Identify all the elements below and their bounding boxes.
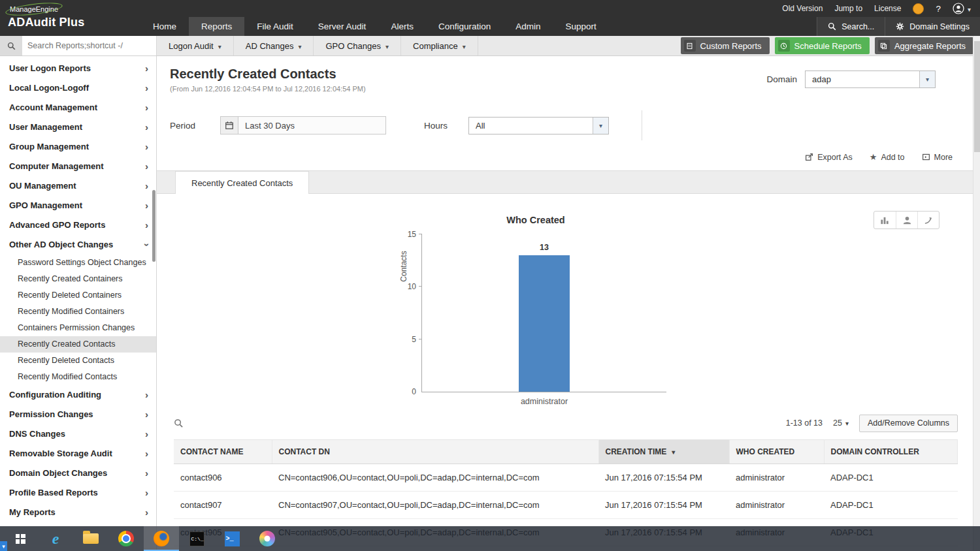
nav-tab-alerts[interactable]: Alerts <box>378 17 426 36</box>
start-button[interactable] <box>3 526 38 551</box>
column-header-domain-controller[interactable]: DOMAIN CONTROLLER <box>824 440 958 464</box>
sidebar-item-computer-management[interactable]: Computer Management <box>0 157 156 176</box>
chevron-right-icon <box>145 450 148 457</box>
custom-reports-button[interactable]: Custom Reports <box>681 37 770 54</box>
cell-contact-dn: CN=contact906,OU=contact,OU=poli,DC=adap… <box>272 464 598 492</box>
jump-to-link[interactable]: Jump to <box>834 4 862 13</box>
export-as-button[interactable]: Export As <box>805 153 853 162</box>
column-header-creation-time[interactable]: CREATION TIME <box>598 440 729 464</box>
bar-wrap: 13 <box>519 255 570 392</box>
chrome-icon <box>118 531 134 546</box>
nav-tab-reports[interactable]: Reports <box>189 17 244 36</box>
calendar-icon[interactable] <box>220 116 238 134</box>
windows-logo-icon <box>16 534 25 544</box>
chart-type-icon[interactable] <box>874 212 896 228</box>
taskbar-file-explorer[interactable] <box>73 526 108 551</box>
taskbar-internet-explorer[interactable]: e <box>38 526 73 551</box>
domain-settings-button[interactable]: Domain Settings <box>885 17 980 36</box>
sidebar-item-label: User Management <box>9 122 82 132</box>
old-version-link[interactable]: Old Version <box>782 4 823 13</box>
sidebar-item-group-management[interactable]: Group Management <box>0 137 156 157</box>
sidebar-item-recently-deleted-containers[interactable]: Recently Deleted Containers <box>0 287 156 304</box>
nav-tab-admin[interactable]: Admin <box>503 17 553 36</box>
column-header-who-created[interactable]: WHO CREATED <box>729 440 824 464</box>
menu-logon-audit[interactable]: Logon Audit <box>157 36 234 55</box>
domain-select[interactable]: adap <box>805 71 936 88</box>
nav-tab-configuration[interactable]: Configuration <box>426 17 503 36</box>
column-header-contact-dn[interactable]: CONTACT DN <box>272 440 598 464</box>
sidebar-item-dns-changes[interactable]: DNS Changes <box>0 424 156 444</box>
sidebar-item-ou-management[interactable]: OU Management <box>0 176 156 196</box>
hours-select[interactable]: All <box>468 117 609 134</box>
sidebar-item-other-ad-object-changes[interactable]: Other AD Object Changes <box>0 235 156 255</box>
taskbar-powershell[interactable]: >_ <box>214 526 250 551</box>
menu-ad-changes[interactable]: AD Changes <box>234 36 314 55</box>
taskbar-chrome[interactable] <box>108 526 144 551</box>
nav-tab-file-audit[interactable]: File Audit <box>244 17 306 36</box>
user-menu[interactable] <box>953 3 971 14</box>
sidebar-item-password-settings-object-changes[interactable]: Password Settings Object Changes <box>0 255 156 271</box>
notification-icon[interactable] <box>913 3 924 14</box>
command-prompt-icon: C:\_ <box>189 531 204 546</box>
global-search-button[interactable]: Search... <box>817 17 885 36</box>
sidebar-item-gpo-management[interactable]: GPO Management <box>0 196 156 215</box>
sidebar-item-my-reports[interactable]: My Reports <box>0 503 156 522</box>
period-input[interactable]: Last 30 Days <box>238 116 386 134</box>
menu-compliance[interactable]: Compliance <box>401 36 478 55</box>
taskbar-firefox[interactable] <box>144 526 179 551</box>
license-link[interactable]: License <box>874 4 901 13</box>
sidebar-item-account-management[interactable]: Account Management <box>0 98 156 118</box>
sidebar-item-domain-object-changes[interactable]: Domain Object Changes <box>0 464 156 483</box>
domain-label: Domain <box>766 74 797 84</box>
reports-sidebar: User Logon Reports Local Logon-Logoff Ac… <box>0 56 157 551</box>
sidebar-item-recently-modified-contacts[interactable]: Recently Modified Contacts <box>0 369 156 385</box>
taskbar-paint[interactable] <box>250 526 285 551</box>
domain-selector-group: Domain adap <box>766 71 936 88</box>
schedule-reports-button[interactable]: Schedule Reports <box>775 37 870 54</box>
sidebar-item-recently-deleted-contacts[interactable]: Recently Deleted Contacts <box>0 353 156 369</box>
sidebar-item-profile-based-reports[interactable]: Profile Based Reports <box>0 483 156 503</box>
nav-tab-home[interactable]: Home <box>140 17 189 36</box>
menu-label: AD Changes <box>246 41 294 51</box>
add-to-button[interactable]: Add to <box>870 152 905 162</box>
scrollbar-down-arrow[interactable] <box>0 541 7 551</box>
aggregate-reports-button[interactable]: Aggregate Reports <box>875 37 973 54</box>
sidebar-item-containers-permission-changes[interactable]: Containers Permission Changes <box>0 320 156 336</box>
sidebar-item-user-logon-reports[interactable]: User Logon Reports <box>0 59 156 78</box>
sidebar-item-configuration-auditing[interactable]: Configuration Auditing <box>0 385 156 405</box>
table-row[interactable]: contact907 CN=contact907,OU=contact,OU=p… <box>174 492 958 519</box>
scrollbar-thumb[interactable] <box>974 41 980 152</box>
tab-recently-created-contacts[interactable]: Recently Created Contacts <box>175 171 309 194</box>
table-header-row: CONTACT NAME CONTACT DN CREATION TIME WH… <box>174 440 958 464</box>
report-search-input[interactable] <box>22 36 156 55</box>
help-icon[interactable] <box>936 4 941 14</box>
menu-gpo-changes[interactable]: GPO Changes <box>314 36 401 55</box>
taskbar-command-prompt[interactable]: C:\_ <box>179 526 214 551</box>
x-category-label: administrator <box>521 397 568 406</box>
nav-tab-server-audit[interactable]: Server Audit <box>306 17 379 36</box>
sidebar-item-recently-modified-containers[interactable]: Recently Modified Containers <box>0 304 156 320</box>
sidebar-item-advanced-gpo-reports[interactable]: Advanced GPO Reports <box>0 215 156 235</box>
export-chart-icon[interactable] <box>917 212 939 228</box>
sidebar-item-recently-created-containers[interactable]: Recently Created Containers <box>0 271 156 287</box>
top-bar: ManageEngine ADAudit Plus Old Version Ju… <box>0 0 980 36</box>
sidebar-item-removable-storage-audit[interactable]: Removable Storage Audit <box>0 444 156 464</box>
page-size-select[interactable]: 25 <box>833 418 849 428</box>
sidebar-item-user-management[interactable]: User Management <box>0 118 156 137</box>
report-actions: Export As Add to More <box>157 152 953 162</box>
user-filter-icon[interactable] <box>896 212 917 228</box>
divider <box>642 110 642 140</box>
sidebar-item-local-logon-logoff[interactable]: Local Logon-Logoff <box>0 78 156 98</box>
sidebar-item-permission-changes[interactable]: Permission Changes <box>0 405 156 424</box>
table-search-icon[interactable] <box>174 418 184 428</box>
sidebar-scrollbar-thumb[interactable] <box>152 190 155 262</box>
report-search-box <box>0 36 157 55</box>
column-header-contact-name[interactable]: CONTACT NAME <box>174 440 272 464</box>
table-row[interactable]: contact906 CN=contact906,OU=contact,OU=p… <box>174 464 958 492</box>
nav-tab-support[interactable]: Support <box>553 17 608 36</box>
more-button[interactable]: More <box>922 153 953 162</box>
sidebar-item-recently-created-contacts[interactable]: Recently Created Contacts <box>0 336 156 353</box>
page-scrollbar[interactable] <box>973 36 980 551</box>
add-remove-columns-button[interactable]: Add/Remove Columns <box>859 415 958 432</box>
sidebar-item-label: OU Management <box>9 181 76 191</box>
